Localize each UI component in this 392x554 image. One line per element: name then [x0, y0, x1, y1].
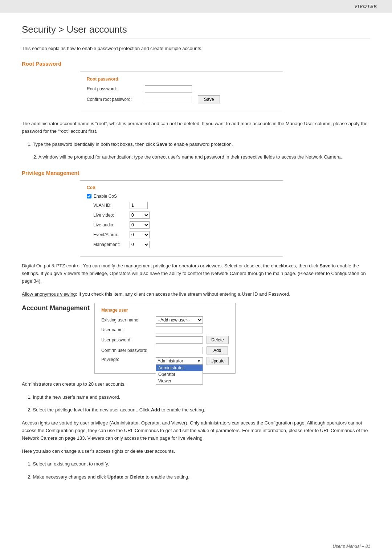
confirm-root-password-row: Confirm root password: Save: [87, 95, 276, 103]
privilege-select-row: Administrator ▼ Update: [156, 357, 229, 365]
body-text-1: The administrator account name is “root”…: [22, 120, 370, 135]
live-audio-row: Live audio: 0123: [93, 221, 276, 229]
privilege-dropdown-list: Administrator Operator Viewer: [156, 364, 203, 385]
page-title: Security > User accounts: [22, 24, 370, 38]
page: VIVOTEK Security > User accounts This se…: [0, 0, 392, 554]
bold-update: Update: [107, 474, 123, 480]
privilege-box-title: CoS: [87, 185, 276, 190]
confirm-root-password-input[interactable]: [145, 96, 192, 103]
privilege-option-operator[interactable]: Operator: [156, 371, 203, 378]
content-area: Security > User accounts This section ex…: [0, 13, 392, 500]
privilege-box: CoS Enable CoS VLAN ID: Live video: 0123: [80, 180, 283, 257]
user-password-label: User password:: [101, 337, 156, 342]
update-button[interactable]: Update: [207, 357, 229, 365]
live-video-row: Live video: 0123: [93, 212, 276, 219]
event-alarm-label: Event/Alarm:: [93, 232, 130, 237]
vlan-id-row: VLAN ID:: [93, 202, 276, 209]
live-audio-label: Live audio:: [93, 222, 130, 227]
privilege-dropdown-wrapper: Administrator ▼ Update Administrator Ope…: [156, 357, 229, 365]
bold-delete: Delete: [130, 474, 144, 480]
existing-user-row: Existing user name: --Add new user--: [101, 316, 229, 324]
brand-label: VIVOTEK: [354, 4, 377, 9]
account-management-heading: Account Management: [22, 303, 94, 312]
body-text-3: Digital Output & PTZ control: You can mo…: [22, 262, 370, 285]
enable-cos-checkbox[interactable]: [87, 194, 91, 198]
management-select[interactable]: 0123: [130, 241, 150, 248]
existing-user-select[interactable]: --Add new user--: [156, 316, 203, 324]
existing-user-label: Existing user name:: [101, 317, 156, 323]
manage-user-title: Manage user: [101, 308, 229, 313]
delete-button[interactable]: Delete: [207, 336, 229, 344]
vlan-id-input[interactable]: [130, 202, 148, 209]
footer: User’s Manual – 81: [332, 544, 370, 549]
event-alarm-row: Event/Alarm: 0123: [93, 231, 276, 238]
live-video-label: Live video:: [93, 213, 130, 218]
vlan-id-label: VLAN ID:: [93, 203, 130, 208]
account-management-section: Account Management Manage user Existing …: [22, 303, 370, 374]
bold-add: Add: [151, 407, 160, 413]
root-password-box: Root password Root password: Confirm roo…: [80, 71, 283, 113]
root-password-box-title: Root password: [87, 77, 276, 82]
root-password-input[interactable]: [145, 85, 192, 93]
privilege-dropdown-arrow: ▼: [197, 358, 201, 364]
confirm-root-password-label: Confirm root password:: [87, 97, 145, 102]
digital-output-link: Digital Output & PTZ control: [22, 263, 81, 268]
confirm-user-password-label: Confirm user password:: [101, 348, 156, 353]
body-text-4: Allow anonymous viewing: If you check th…: [22, 290, 370, 298]
enable-cos-label: Enable CoS: [94, 194, 117, 199]
header-bar: VIVOTEK: [0, 0, 392, 13]
root-password-row: Root password:: [87, 85, 276, 93]
body-text-9-item-2: 2. Make necessary changes and click Upda…: [28, 473, 370, 481]
bold-save-2: Save: [319, 263, 330, 268]
body-text-2-item-1: 1. Type the password identically in both…: [28, 140, 370, 148]
privilege-option-viewer[interactable]: Viewer: [156, 378, 203, 384]
privilege-selected-value: Administrator: [158, 358, 183, 364]
root-password-label: Root password:: [87, 86, 145, 91]
user-name-input[interactable]: [156, 326, 203, 333]
user-name-row: User name:: [101, 326, 229, 333]
management-label: Management:: [93, 242, 130, 247]
enable-cos-row: Enable CoS: [87, 194, 276, 199]
live-video-select[interactable]: 0123: [130, 212, 150, 219]
confirm-user-password-row: Confirm user password: Add: [101, 346, 229, 354]
root-password-heading: Root Password: [22, 61, 370, 67]
save-button[interactable]: Save: [198, 95, 220, 103]
privilege-label: Privilege:: [101, 357, 156, 362]
body-text-6-item-1: 1. Input the new user’s name and passwor…: [28, 393, 370, 401]
intro-text: This section explains how to enable pass…: [22, 45, 370, 53]
privilege-heading: Privilege Management: [22, 170, 370, 176]
add-button[interactable]: Add: [207, 346, 228, 354]
body-text-7: Access rights are sorted by user privile…: [22, 419, 370, 442]
manage-user-box: Manage user Existing user name: --Add ne…: [94, 303, 236, 374]
user-name-label: User name:: [101, 327, 156, 332]
body-text-9-item-1: 1. Select an existing account to modify.: [28, 460, 370, 468]
user-password-input[interactable]: [156, 336, 203, 344]
user-password-row: User password: Delete: [101, 336, 229, 344]
privilege-row: Privilege: Administrator ▼ Update Admini…: [101, 357, 229, 365]
body-text-2-item-2: 2. A window will be prompted for authent…: [33, 153, 370, 161]
event-alarm-select[interactable]: 0123: [130, 231, 150, 238]
management-row: Management: 0123: [93, 241, 276, 248]
body-text-6-item-2: 2. Select the privilege level for the ne…: [28, 406, 370, 414]
body-text-8: Here you also can change a user’s access…: [22, 447, 370, 455]
privilege-section-wrapper: Privilege Management CoS Enable CoS VLAN…: [22, 170, 370, 257]
confirm-user-password-input[interactable]: [156, 347, 203, 354]
privilege-option-administrator[interactable]: Administrator: [156, 365, 203, 371]
privilege-select-display[interactable]: Administrator ▼: [156, 357, 203, 365]
allow-anonymous-link: Allow anonymous viewing: [22, 291, 76, 297]
bold-save: Save: [156, 141, 167, 147]
live-audio-select[interactable]: 0123: [130, 221, 150, 229]
root-password-section: Root Password Root password Root passwor…: [22, 61, 370, 113]
